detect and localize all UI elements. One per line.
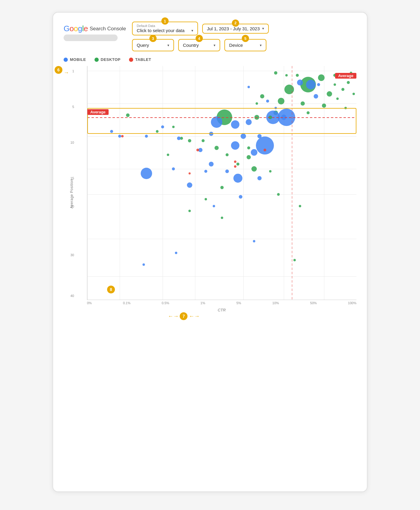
bubble-38 bbox=[214, 146, 219, 150]
bubble-68 bbox=[341, 88, 344, 91]
bubble-29 bbox=[145, 135, 148, 138]
bubble-27 bbox=[161, 125, 164, 128]
bubble-19 bbox=[202, 139, 205, 142]
data-dropdown-value: Click to select your data bbox=[137, 28, 184, 33]
badge-1: 1 bbox=[161, 17, 169, 25]
date-dropdown-wrapper: 2 Jul 1, 2023 - July 31, 2023 ▾ bbox=[202, 24, 269, 34]
x-tick-5: 5% bbox=[236, 301, 241, 305]
bubble-52 bbox=[234, 165, 236, 168]
bubble-89 bbox=[187, 182, 192, 188]
bubble-66 bbox=[334, 83, 336, 86]
bubble-73 bbox=[317, 83, 320, 86]
device-dropdown-value: Device bbox=[229, 43, 243, 48]
y-tick-30: 30 bbox=[70, 253, 74, 257]
x-tick-100: 100% bbox=[348, 301, 356, 305]
left-arrow-icon: ←→ bbox=[168, 313, 178, 320]
bubble-35 bbox=[241, 134, 246, 139]
bubble-85 bbox=[205, 198, 207, 200]
bubble-86 bbox=[141, 168, 152, 179]
bubble-80 bbox=[253, 240, 255, 242]
bubble-62 bbox=[301, 101, 305, 106]
query-dropdown-wrapper: 3 Query ▾ bbox=[132, 39, 174, 51]
tablet-label: TABLET bbox=[135, 57, 151, 62]
y-tick-20: 20 bbox=[70, 205, 74, 208]
bubble-64 bbox=[322, 104, 326, 108]
bubble-40 bbox=[256, 136, 274, 154]
bubble-28 bbox=[156, 130, 159, 133]
avg-label-left: Average bbox=[87, 109, 109, 115]
bubble-58 bbox=[266, 100, 269, 103]
bubble-79 bbox=[188, 210, 191, 212]
badge-4: 4 bbox=[196, 35, 203, 42]
bubble-24 bbox=[177, 136, 181, 140]
country-dropdown-wrapper: 4 Country ▾ bbox=[178, 39, 220, 51]
x-tick-0: 0% bbox=[87, 301, 92, 305]
badge-5: 5 bbox=[242, 35, 249, 42]
bubble-76 bbox=[299, 205, 301, 207]
data-dropdown-wrapper: 1 Default Data Click to select your data… bbox=[132, 22, 198, 35]
y-tick-1: 1 bbox=[72, 69, 74, 73]
bubble-87 bbox=[239, 195, 242, 199]
bubble-30 bbox=[126, 113, 130, 117]
bubble-6 bbox=[284, 85, 294, 94]
bubble-21 bbox=[196, 149, 199, 152]
bubble-5 bbox=[314, 94, 318, 99]
badge-7-area: ←→ 7 ←→ bbox=[87, 312, 356, 321]
x-axis-label: CTR bbox=[87, 308, 356, 312]
badge-3: 3 bbox=[149, 35, 157, 42]
bubble-54 bbox=[274, 71, 277, 75]
search-bar bbox=[64, 34, 118, 41]
bubble-77 bbox=[213, 205, 215, 207]
bubble-25 bbox=[172, 126, 175, 128]
bubble-53 bbox=[220, 186, 224, 189]
chart-inner: Average Average bbox=[87, 66, 356, 300]
bubble-14 bbox=[246, 119, 252, 125]
badge-8-wrapper: 8 bbox=[107, 286, 115, 293]
logo-area: Google Search Console bbox=[64, 22, 126, 41]
country-dropdown-arrow-icon: ▾ bbox=[214, 43, 215, 47]
query-dropdown-arrow-icon: ▾ bbox=[167, 43, 169, 47]
bubble-69 bbox=[347, 81, 350, 84]
tablet-dot bbox=[129, 58, 133, 62]
bubble-18 bbox=[209, 132, 213, 136]
bubble-43 bbox=[247, 155, 251, 159]
desktop-label: DESKTOP bbox=[101, 57, 121, 62]
y-tick-5: 5 bbox=[72, 105, 74, 109]
bubble-34 bbox=[247, 146, 250, 149]
legend-mobile: MOBILE bbox=[64, 57, 86, 62]
bubble-44 bbox=[236, 163, 239, 166]
bubble-59 bbox=[274, 107, 277, 109]
legend-desktop: DESKTOP bbox=[94, 57, 121, 62]
date-dropdown-arrow-icon: ▾ bbox=[262, 26, 264, 31]
bubble-56 bbox=[256, 102, 258, 105]
avg-h-line bbox=[87, 117, 356, 118]
bubble-22 bbox=[188, 139, 191, 142]
bubble-84 bbox=[188, 172, 190, 175]
data-dropdown-label: Default Data bbox=[137, 24, 155, 28]
bubble-31 bbox=[118, 135, 121, 138]
main-container: Google Search Console 1 Default Data Cli… bbox=[52, 12, 368, 492]
bubble-60 bbox=[285, 74, 288, 76]
bubble-63 bbox=[307, 111, 310, 114]
bubble-57 bbox=[260, 94, 264, 98]
legend-tablet: TABLET bbox=[129, 57, 151, 62]
bubble-78 bbox=[221, 217, 223, 219]
device-dropdown-wrapper: 5 Device ▾ bbox=[224, 39, 266, 51]
bubble-49 bbox=[257, 176, 262, 180]
bubble-3 bbox=[306, 80, 316, 89]
avg-v-line bbox=[292, 66, 292, 300]
bubble-51 bbox=[234, 160, 236, 163]
bubble-74 bbox=[269, 170, 272, 172]
right-arrow-icon: ←→ bbox=[189, 313, 200, 320]
bubble-47 bbox=[225, 170, 229, 173]
country-dropdown-value: Country bbox=[183, 43, 199, 48]
x-tick-50: 50% bbox=[310, 301, 317, 305]
bubble-37 bbox=[226, 153, 229, 156]
bubble-81 bbox=[175, 252, 177, 254]
y-ticks: 151015203040 bbox=[64, 66, 74, 321]
bubble-36 bbox=[231, 141, 239, 150]
bubble-71 bbox=[344, 107, 347, 109]
bubble-26 bbox=[167, 154, 169, 156]
bubble-83 bbox=[142, 263, 145, 266]
x-tick-01: 0.1% bbox=[123, 301, 130, 305]
